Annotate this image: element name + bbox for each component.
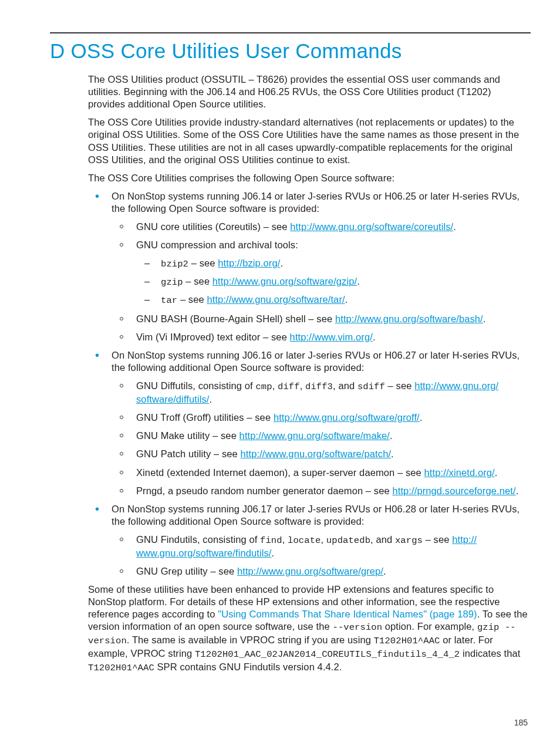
- list-item: On NonStop systems running J06.17 or lat…: [88, 503, 531, 578]
- list-item: GNU Grep utility – see http://www.gnu.or…: [112, 565, 531, 578]
- text: .: [390, 430, 393, 441]
- text: , and: [370, 534, 395, 545]
- text: GNU core utilities (Coreutils) – see: [136, 221, 290, 232]
- make-link[interactable]: http://www.gnu.org/software/make/: [239, 430, 390, 441]
- code: gzip: [161, 277, 183, 288]
- code: locate: [288, 535, 321, 546]
- code: cmp: [255, 382, 272, 392]
- vim-link[interactable]: http://www.vim.org/: [290, 332, 373, 342]
- top-list: On NonStop systems running J06.14 or lat…: [88, 190, 531, 578]
- text: indicates that: [460, 648, 520, 659]
- text: GNU Troff (Groff) utilities – see: [136, 412, 274, 423]
- text: .: [420, 412, 423, 423]
- text: .: [495, 467, 498, 478]
- tar-link[interactable]: http://www.gnu.org/software/tar/: [207, 294, 345, 305]
- text: .: [483, 313, 486, 324]
- coreutils-link[interactable]: http://www.gnu.org/software/coreutils/: [290, 221, 453, 232]
- text: – see: [183, 276, 212, 286]
- text: .: [453, 221, 456, 232]
- intro-paragraph-1: The OSS Utilities product (OSSUTIL – T86…: [88, 73, 531, 110]
- sub-list: GNU Diffutils, consisting of cmp, diff, …: [112, 380, 531, 497]
- text: GNU Make utility – see: [136, 430, 239, 441]
- list-lead: On NonStop systems running J06.16 or lat…: [112, 350, 519, 373]
- list-item: GNU Make utility – see http://www.gnu.or…: [112, 430, 531, 442]
- xinetd-link[interactable]: http://xinetd.org/: [424, 467, 495, 478]
- bash-link[interactable]: http://www.gnu.org/software/bash/: [335, 313, 483, 324]
- text: .: [373, 332, 376, 342]
- text: GNU Grep utility – see: [136, 566, 237, 576]
- code: tar: [161, 295, 177, 306]
- text: SPR contains GNU Findutils version 4.4.2…: [154, 661, 342, 672]
- text: GNU Patch utility – see: [136, 448, 241, 459]
- document-page: D OSS Core Utilities User Commands The O…: [0, 0, 560, 746]
- list-item: GNU Findutils, consisting of find, locat…: [112, 534, 531, 559]
- closing-paragraph: Some of these utilities have been enhanc…: [88, 583, 531, 674]
- text: , and: [333, 380, 357, 391]
- bzip2-link[interactable]: http://bzip.org/: [218, 258, 280, 268]
- list-item: Vim (Vi IMproved) text editor – see http…: [112, 331, 531, 343]
- intro-paragraph-3: The OSS Core Utilities comprises the fol…: [88, 172, 531, 184]
- text: .: [280, 258, 283, 268]
- list-item: GNU compression and archival tools: bzip…: [112, 239, 531, 307]
- gzip-link[interactable]: http://www.gnu.org/software/gzip/: [212, 276, 357, 286]
- list-item: GNU Patch utility – see http://www.gnu.o…: [112, 448, 531, 460]
- sub-list: GNU core utilities (Coreutils) – see htt…: [112, 221, 531, 343]
- text: .: [391, 448, 394, 459]
- code: find: [260, 535, 282, 546]
- text: – see: [188, 258, 218, 268]
- page-title: D OSS Core Utilities User Commands: [50, 39, 531, 63]
- body-content: The OSS Utilities product (OSSUTIL – T86…: [88, 73, 531, 674]
- text: . The same is available in VPROC string …: [127, 634, 374, 645]
- text: .: [209, 394, 212, 404]
- text: .: [383, 566, 386, 576]
- intro-paragraph-2: The OSS Core Utilities provide industry-…: [88, 116, 531, 166]
- list-item: GNU core utilities (Coreutils) – see htt…: [112, 221, 531, 233]
- text: GNU Findutils, consisting of: [136, 534, 260, 545]
- text: ,: [321, 534, 326, 545]
- text: .: [345, 294, 348, 305]
- text: GNU compression and archival tools:: [136, 239, 298, 250]
- sub-list: GNU Findutils, consisting of find, locat…: [112, 534, 531, 578]
- list-lead: On NonStop systems running J06.14 or lat…: [112, 191, 519, 214]
- code: --version: [333, 622, 383, 633]
- text: ,: [272, 380, 278, 391]
- text: ,: [282, 534, 288, 545]
- top-rule: [50, 32, 531, 33]
- grep-link[interactable]: http://www.gnu.org/software/grep/: [237, 566, 383, 576]
- list-item: Prngd, a pseudo random number generator …: [112, 485, 531, 497]
- text: .: [272, 548, 275, 558]
- groff-link[interactable]: http://www.gnu.org/software/groff/: [274, 412, 420, 423]
- text: GNU BASH (Bourne-Again SHell) shell – se…: [136, 313, 335, 324]
- list-item: GNU Troff (Groff) utilities – see http:/…: [112, 411, 531, 424]
- list-item: gzip – see http://www.gnu.org/software/g…: [136, 275, 531, 289]
- text: Vim (Vi IMproved) text editor – see: [136, 332, 290, 342]
- code: sdiff: [357, 382, 385, 392]
- code: xargs: [395, 535, 423, 546]
- sub-sub-list: bzip2 – see http://bzip.org/. gzip – see…: [136, 257, 531, 306]
- list-item: GNU BASH (Bourne-Again SHell) shell – se…: [112, 313, 531, 325]
- text: Xinetd (extended Internet daemon), a sup…: [136, 467, 424, 478]
- text: .: [357, 276, 360, 286]
- text: option. For example,: [382, 621, 477, 632]
- text: .: [516, 485, 519, 496]
- cross-reference[interactable]: "Using Commands That Share Identical Nam…: [218, 609, 477, 619]
- code: diff: [278, 382, 300, 392]
- list-item: On NonStop systems running J06.14 or lat…: [88, 190, 531, 343]
- list-item: On NonStop systems running J06.16 or lat…: [88, 349, 531, 497]
- code: updatedb: [326, 535, 370, 546]
- prngd-link[interactable]: http://prngd.sourceforge.net/: [392, 485, 515, 496]
- code: T1202H01_AAC_02JAN2014_COREUTILS_finduti…: [195, 649, 460, 660]
- list-item: GNU Diffutils, consisting of cmp, diff, …: [112, 380, 531, 406]
- code: bzip2: [161, 259, 188, 269]
- text: Prngd, a pseudo random number generator …: [136, 485, 392, 496]
- text: GNU Diffutils, consisting of: [136, 380, 255, 391]
- code: T1202H01^AAC: [88, 663, 154, 673]
- text: – see: [385, 380, 414, 391]
- text: ,: [300, 380, 305, 391]
- code: diff3: [305, 382, 333, 392]
- list-item: bzip2 – see http://bzip.org/.: [136, 257, 531, 271]
- patch-link[interactable]: http://www.gnu.org/software/patch/: [241, 448, 392, 459]
- list-lead: On NonStop systems running J06.17 or lat…: [112, 504, 519, 526]
- code: T1202H01^AAC: [374, 636, 440, 646]
- list-item: Xinetd (extended Internet daemon), a sup…: [112, 467, 531, 479]
